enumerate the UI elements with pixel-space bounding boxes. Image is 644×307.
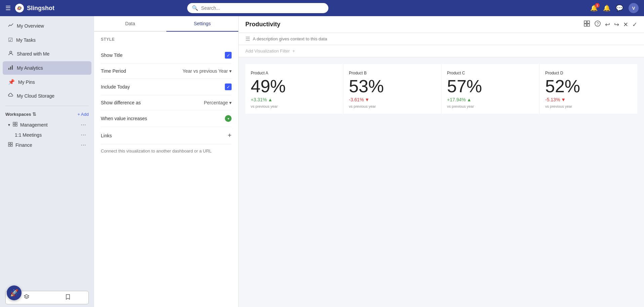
include-today-row: Include Today ✓ [101, 79, 232, 95]
svg-rect-10 [11, 142, 12, 144]
when-value-toggle[interactable]: ▾ [225, 115, 232, 122]
sub-workspace-more-icon[interactable]: ⋯ [81, 132, 86, 138]
viz-description-input[interactable] [253, 36, 637, 41]
sidebar-item-label: My Tasks [16, 37, 36, 43]
viz-panel: Productivity ? ↩ ↪ ✕ ✓ ☰ [239, 16, 644, 307]
tab-data[interactable]: Data [94, 16, 166, 31]
notification-badge: 1 [595, 3, 600, 8]
kpi-change: +3.31% ▲ [251, 97, 337, 102]
kpi-product-label: Product B [349, 71, 436, 75]
sidebar-item-my-tasks[interactable]: ☑ My Tasks [3, 33, 91, 46]
chevron-down-icon: ▾ [229, 100, 232, 105]
sidebar-item-my-pins[interactable]: 📌 My Pins [3, 75, 91, 89]
kpi-card-product-d: Product D 52% -5.13% ▼ vs previous year [540, 64, 637, 114]
workspace-management[interactable]: ▾ Management ⋯ [5, 120, 89, 130]
up-arrow-icon: ▲ [268, 97, 273, 102]
svg-rect-15 [584, 24, 587, 26]
kpi-value: 57% [447, 77, 534, 95]
alerts-button[interactable]: 🔔 [603, 4, 610, 12]
svg-text:?: ? [597, 22, 599, 26]
sidebar-item-my-overview[interactable]: My Overview [3, 19, 91, 33]
assistant-button[interactable]: 🚀 [7, 285, 22, 300]
include-today-label: Include Today [101, 84, 225, 90]
close-button[interactable]: ✕ [623, 21, 628, 28]
kpi-vs-label: vs previous year [349, 104, 436, 108]
svg-rect-5 [13, 122, 15, 124]
links-label: Links [101, 133, 228, 138]
workspace-finance[interactable]: Finance ⋯ [5, 140, 89, 150]
svg-rect-6 [15, 122, 17, 124]
kpi-vs-label: vs previous year [447, 104, 534, 108]
topnav-icons: 🔔 1 🔔 💬 V [590, 3, 639, 13]
tasks-icon: ☑ [8, 37, 13, 43]
links-add-button[interactable]: + [228, 132, 232, 139]
kpi-change: -3.61% ▼ [349, 97, 436, 102]
panel-body: Style Show Title ✓ Time Period Year vs p… [94, 32, 238, 307]
kpi-change: +17.94% ▲ [447, 97, 534, 102]
svg-rect-14 [587, 21, 590, 23]
sidebar-divider [5, 106, 89, 106]
include-today-checkbox[interactable]: ✓ [225, 83, 232, 90]
sort-icon[interactable]: ⇅ [32, 111, 36, 117]
workspaces-section: Workspaces ⇅ + Add ▾ Management ⋯ 1:1 Me… [0, 109, 94, 153]
cloud-icon [8, 93, 13, 99]
redo-button[interactable]: ↪ [614, 21, 619, 28]
workspace-icon [13, 122, 17, 128]
sidebar-item-label: My Pins [18, 79, 35, 85]
workspace-name: Management [20, 122, 48, 128]
kpi-product-label: Product C [447, 71, 534, 75]
kpi-vs-label: vs previous year [545, 104, 632, 108]
viz-description-row: ☰ [239, 33, 644, 45]
when-value-row: When value increases ▾ [101, 110, 232, 127]
grid-view-button[interactable] [583, 20, 590, 29]
up-arrow-icon: ▲ [467, 97, 472, 102]
sidebar-item-my-cloud-storage[interactable]: My Cloud Storage [3, 89, 91, 103]
messages-button[interactable]: 💬 [616, 4, 623, 12]
connect-text: Connect this visualization to another da… [101, 144, 232, 158]
search-bar[interactable]: 🔍 [187, 3, 328, 13]
tab-settings[interactable]: Settings [166, 16, 239, 32]
avatar[interactable]: V [629, 3, 639, 13]
add-filter-icon: + [292, 48, 295, 54]
add-workspace-button[interactable]: + Add [77, 112, 89, 117]
time-period-row: Time Period Year vs previous Year ▾ [101, 64, 232, 79]
down-arrow-icon: ▼ [365, 97, 369, 102]
undo-button[interactable]: ↩ [605, 21, 610, 28]
menu-icon[interactable]: ☰ [5, 4, 11, 12]
description-menu-icon: ☰ [245, 36, 250, 42]
svg-rect-12 [11, 145, 12, 146]
workspace-more-icon[interactable]: ⋯ [81, 142, 86, 148]
viz-filter-row[interactable]: Add Visualization Filter + [239, 45, 644, 57]
sidebar-item-label: My Overview [17, 23, 44, 29]
workspace-1-1-meetings[interactable]: 1:1 Meetings ⋯ [5, 130, 89, 140]
show-title-checkbox[interactable]: ✓ [225, 52, 232, 59]
search-icon: 🔍 [192, 5, 198, 11]
show-diff-dropdown[interactable]: Percentage ▾ [204, 100, 232, 105]
panel-tabs: Data Settings [94, 16, 238, 32]
kpi-product-label: Product A [251, 71, 337, 75]
sidebar-item-shared-with-me[interactable]: Shared with Me [3, 47, 91, 61]
when-value-label: When value increases [101, 116, 225, 121]
workspace-more-icon[interactable]: ⋯ [81, 122, 86, 128]
show-diff-label: Show difference as [101, 100, 204, 105]
links-section: Links + [101, 127, 232, 144]
help-button[interactable]: ? [594, 20, 601, 29]
time-period-dropdown[interactable]: Year vs previous Year ▾ [183, 68, 232, 74]
notifications-button[interactable]: 🔔 1 [590, 4, 598, 12]
sidebar-item-my-analytics[interactable]: My Analytics [3, 61, 91, 75]
viz-title: Productivity [245, 21, 583, 28]
workspace-name: Finance [15, 142, 32, 148]
toggle-chevron-icon: ▾ [228, 117, 229, 121]
confirm-button[interactable]: ✓ [632, 21, 637, 28]
kpi-change: -5.13% ▼ [545, 97, 632, 102]
svg-rect-16 [587, 24, 590, 26]
search-input[interactable] [201, 5, 324, 11]
sidebar-tab-bookmark[interactable] [47, 291, 88, 304]
pins-icon: 📌 [8, 79, 15, 85]
svg-rect-3 [10, 67, 11, 70]
viz-header: Productivity ? ↩ ↪ ✕ ✓ [239, 16, 644, 33]
sidebar-item-label: My Analytics [17, 65, 43, 71]
sidebar: My Overview ☑ My Tasks Shared with Me My… [0, 16, 94, 307]
svg-rect-2 [8, 68, 9, 70]
kpi-value: 53% [349, 77, 436, 95]
